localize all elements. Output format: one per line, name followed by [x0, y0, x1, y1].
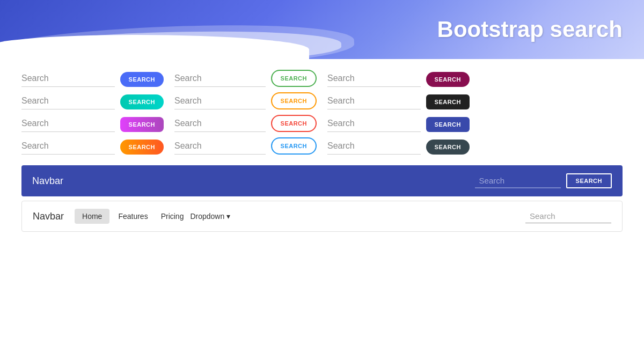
- navbar-dark-search-button[interactable]: SEARCH: [566, 173, 612, 188]
- search-input-wrap: Search: [174, 96, 266, 109]
- search-input-wrap: Search: [327, 119, 421, 132]
- navbar-light-search-input[interactable]: [525, 209, 611, 223]
- navbar-dark-search-input[interactable]: [475, 174, 561, 188]
- search-item-r3c3: Search SEARCH: [327, 115, 470, 132]
- search-underline: [174, 86, 266, 87]
- spacer-r3: [480, 115, 623, 132]
- search-underline: [21, 109, 115, 109]
- search-button-r2c2[interactable]: SEARCH: [271, 92, 317, 109]
- search-button-r2c3[interactable]: SEARCH: [426, 94, 470, 109]
- search-label: Search: [327, 141, 421, 151]
- navbar-dark-search: SEARCH: [475, 173, 612, 188]
- spacer-r4: [480, 137, 623, 155]
- search-item-r4c2: Search SEARCH: [174, 137, 317, 155]
- spacer-r2: [480, 92, 623, 109]
- header-wave: [0, 35, 309, 59]
- search-item-r1c1: Search SEARCH: [21, 70, 164, 87]
- search-button-r4c2[interactable]: SEARCH: [271, 137, 317, 155]
- search-item-r4c3: Search SEARCH: [327, 137, 470, 155]
- navbar-light-brand: Navbar: [33, 211, 64, 222]
- search-input-wrap: Search: [21, 74, 115, 87]
- search-item-r2c3: Search SEARCH: [327, 92, 470, 109]
- search-label: Search: [327, 74, 421, 83]
- search-button-r2c1[interactable]: SEARCH: [120, 94, 164, 109]
- search-label: Search: [21, 74, 115, 83]
- search-label: Search: [21, 141, 115, 151]
- search-label: Search: [174, 119, 266, 128]
- search-underline: [327, 109, 421, 109]
- search-input-wrap: Search: [174, 141, 266, 155]
- search-input-wrap: Search: [327, 96, 421, 109]
- search-input-wrap: Search: [21, 141, 115, 155]
- nav-item-pricing[interactable]: Pricing: [155, 209, 191, 224]
- search-input-wrap: Search: [327, 74, 421, 87]
- search-item-r3c1: Search SEARCH: [21, 115, 164, 132]
- search-label: Search: [174, 141, 266, 151]
- search-underline: [174, 131, 266, 132]
- search-button-r4c1[interactable]: SEARCH: [120, 140, 164, 155]
- search-item-r2c1: Search SEARCH: [21, 92, 164, 109]
- search-button-r1c1[interactable]: SEARCH: [120, 72, 164, 87]
- search-button-r1c3[interactable]: SEARCH: [426, 72, 470, 87]
- page-title: Bootstrap search: [437, 17, 623, 42]
- search-underline: [327, 154, 421, 155]
- search-button-r1c2[interactable]: SEARCH: [271, 70, 317, 87]
- search-label: Search: [327, 119, 421, 128]
- search-item-r1c2: Search SEARCH: [174, 70, 317, 87]
- search-label: Search: [174, 96, 266, 106]
- nav-item-dropdown[interactable]: Dropdown ▾: [190, 212, 230, 221]
- navbar-dark: Navbar SEARCH: [21, 165, 623, 196]
- header: Bootstrap search: [0, 0, 644, 59]
- search-underline: [21, 86, 115, 87]
- search-button-r3c1[interactable]: SEARCH: [120, 117, 164, 132]
- search-underline: [174, 109, 266, 109]
- search-input-wrap: Search: [327, 141, 421, 155]
- search-grid: Search SEARCH Search SEARCH Search SEARC…: [21, 70, 623, 155]
- search-item-r4c1: Search SEARCH: [21, 137, 164, 155]
- search-item-r1c3: Search SEARCH: [327, 70, 470, 87]
- search-input-wrap: Search: [21, 119, 115, 132]
- search-underline: [21, 154, 115, 155]
- search-input-wrap: Search: [174, 119, 266, 132]
- search-underline: [174, 154, 266, 155]
- search-underline: [327, 131, 421, 132]
- search-button-r3c3[interactable]: SEARCH: [426, 117, 470, 132]
- search-input-wrap: Search: [21, 96, 115, 109]
- search-button-r3c2[interactable]: SEARCH: [271, 115, 317, 132]
- search-input-wrap: Search: [174, 74, 266, 87]
- main-content: Search SEARCH Search SEARCH Search SEARC…: [0, 59, 644, 240]
- search-label: Search: [174, 74, 266, 83]
- search-underline: [21, 131, 115, 132]
- search-button-r4c3[interactable]: SEARCH: [426, 140, 470, 155]
- search-label: Search: [21, 96, 115, 106]
- search-item-r3c2: Search SEARCH: [174, 115, 317, 132]
- search-label: Search: [21, 119, 115, 128]
- nav-item-home[interactable]: Home: [75, 209, 109, 224]
- search-label: Search: [327, 96, 421, 106]
- search-item-r2c2: Search SEARCH: [174, 92, 317, 109]
- spacer-r1: [480, 70, 623, 87]
- search-underline: [327, 86, 421, 87]
- navbar-light: Navbar Home Features Pricing Dropdown ▾: [21, 201, 623, 232]
- chevron-down-icon: ▾: [226, 212, 230, 221]
- nav-item-features[interactable]: Features: [112, 209, 154, 224]
- navbar-dark-brand: Navbar: [32, 175, 475, 187]
